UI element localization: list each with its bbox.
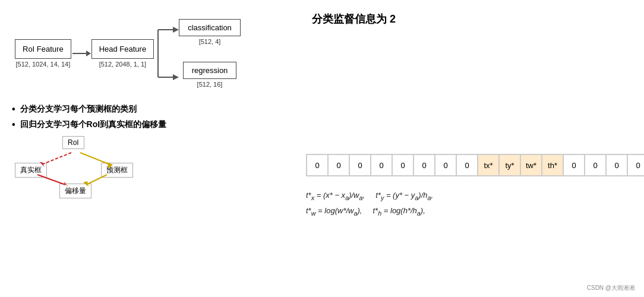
bullet-text-1: 分类分支学习每个预测框的类别 bbox=[20, 104, 137, 115]
sd-lines bbox=[15, 136, 151, 201]
grid-table: 00000000tx*ty*tw*th*0000 bbox=[306, 154, 644, 176]
bullet-text-2: 回归分支学习每个RoI到真实框的偏移量 bbox=[20, 119, 167, 130]
grid-cell-0: 0 bbox=[307, 154, 328, 176]
main-container: RoI Feature [512, 1024, 14, 14] Head Fea… bbox=[0, 0, 644, 297]
roi-feature-sublabel: [512, 1024, 14, 14] bbox=[15, 61, 70, 68]
grid-table-wrapper: 00000000tx*ty*tw*th*0000 bbox=[300, 83, 644, 176]
bullet-dot-2: • bbox=[12, 119, 15, 130]
attribution: CSDN @大雨淅淅 bbox=[587, 284, 635, 292]
formulas-section: t*x = (x* − xa)/wa, t*y = (y* − ya)/ha, … bbox=[306, 188, 644, 219]
bullet-item-2: • 回归分支学习每个RoI到真实框的偏移量 bbox=[12, 119, 294, 130]
bullet-item-1: • 分类分支学习每个预测框的类别 bbox=[12, 104, 294, 115]
branch-boxes: classification [512, 4] regression [512,… bbox=[179, 19, 241, 88]
grid-cell-1: 0 bbox=[328, 154, 349, 176]
grid-cell-13: 0 bbox=[585, 154, 606, 176]
arrow1 bbox=[72, 53, 90, 54]
formula-line2: t*w = log(w*/wa), t*h = log(h*/ha), bbox=[306, 204, 644, 219]
roi-feature-box: RoI Feature bbox=[15, 39, 71, 59]
regression-branch: regression [512, 16] bbox=[179, 62, 241, 88]
classification-label: classification bbox=[188, 23, 232, 32]
grid-cell-14: 0 bbox=[606, 154, 627, 176]
classification-box: classification bbox=[179, 19, 241, 36]
grid-cell-6: 0 bbox=[435, 154, 456, 176]
head-feature-label: Head Feature bbox=[99, 45, 147, 53]
svg-line-5 bbox=[42, 153, 71, 165]
roi-feature-label: RoI Feature bbox=[23, 45, 64, 53]
grid-cell-9: ty* bbox=[499, 154, 520, 176]
svg-marker-4 bbox=[173, 74, 179, 80]
svg-marker-2 bbox=[173, 27, 179, 33]
grid-cell-5: 0 bbox=[413, 154, 435, 176]
grid-cell-11: th* bbox=[542, 154, 563, 176]
bullets-section: • 分类分支学习每个预测框的类别 • 回归分支学习每个RoI到真实框的偏移量 bbox=[12, 104, 294, 130]
regression-box: regression bbox=[183, 62, 237, 79]
grid-cell-15: 0 bbox=[627, 154, 644, 176]
grid-cell-2: 0 bbox=[349, 154, 371, 176]
fork-svg bbox=[155, 18, 179, 89]
grid-cell-7: 0 bbox=[456, 154, 478, 176]
grid-cell-10: tw* bbox=[520, 154, 542, 176]
left-section: RoI Feature [512, 1024, 14, 14] Head Fea… bbox=[9, 6, 294, 291]
classification-branch: classification [512, 4] bbox=[179, 19, 241, 45]
supervision-label: 分类监督信息为 2 bbox=[312, 12, 644, 26]
middle-section: 分类监督信息为 2 00000000tx*ty*tw*th*0000 t*x =… bbox=[294, 6, 644, 291]
grid-cell-12: 0 bbox=[563, 154, 585, 176]
bullet-dot-1: • bbox=[12, 104, 15, 115]
formula-line1: t*x = (x* − xa)/wa, t*y = (y* − ya)/ha, bbox=[306, 188, 644, 204]
grid-cell-3: 0 bbox=[371, 154, 392, 176]
grid-cell-8: tx* bbox=[478, 154, 499, 176]
small-diagram: RoI 真实框 预测框 偏移量 bbox=[15, 136, 151, 201]
flow-diagram: RoI Feature [512, 1024, 14, 14] Head Fea… bbox=[15, 18, 294, 89]
head-feature-sublabel: [512, 2048, 1, 1] bbox=[99, 61, 147, 68]
svg-line-11 bbox=[86, 175, 107, 185]
classification-sublabel: [512, 4] bbox=[199, 38, 221, 45]
regression-label: regression bbox=[192, 66, 228, 75]
svg-marker-6 bbox=[40, 162, 45, 167]
regression-sublabel: [512, 16] bbox=[197, 81, 223, 88]
svg-line-9 bbox=[37, 175, 65, 185]
grid-cell-4: 0 bbox=[392, 154, 413, 176]
svg-marker-8 bbox=[107, 162, 113, 169]
svg-marker-12 bbox=[83, 181, 89, 187]
svg-line-7 bbox=[80, 153, 110, 165]
head-feature-box: Head Feature bbox=[91, 39, 154, 59]
